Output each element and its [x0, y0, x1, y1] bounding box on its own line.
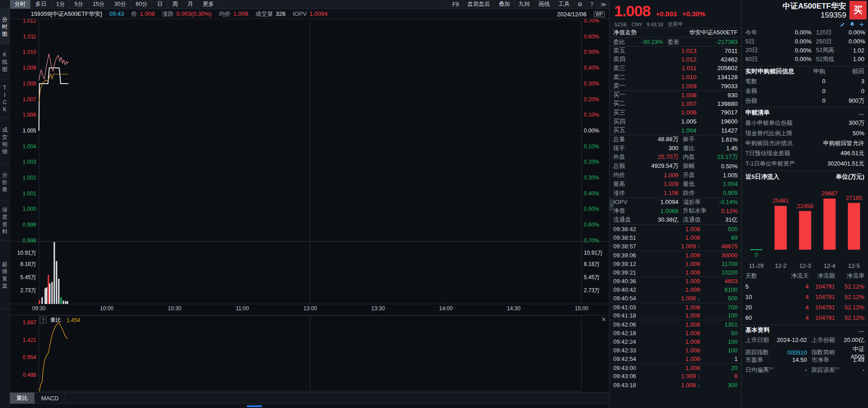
time-xtick: 10:30 [162, 305, 187, 312]
ask-row[interactable]: 卖三1.011205602 [610, 64, 741, 73]
tick-price-value: 1.009 [685, 286, 700, 293]
shenshu-label: 最小申赎单位份额 [745, 119, 792, 127]
tool-F9[interactable]: F9 [448, 0, 463, 9]
volume-ytick-left: 2.73万 [10, 287, 36, 294]
ask-row[interactable]: 卖一1.00979033 [610, 81, 741, 90]
trading-terminal: 分时多日1分5分15分30分60分日周月更多 F9盘前盘后叠加九转画线工具⚙?≫… [0, 0, 868, 408]
flow-col-header: 净流额 [809, 272, 835, 280]
gear-icon[interactable]: ⚙ [574, 0, 586, 9]
bid-label: 买三 [613, 109, 632, 117]
horizontal-scrollbar[interactable] [10, 404, 609, 408]
subscribe-col: 申购 [798, 67, 825, 76]
indicator-help-icon[interactable]: ? [40, 317, 47, 323]
sidebar-item-超级复盘[interactable]: 超级复盘 [0, 241, 10, 309]
bid-row[interactable]: 买三1.00679017 [610, 108, 741, 117]
indicator-tab-量比[interactable]: 量比 [10, 393, 35, 403]
tool-工具[interactable]: 工具 [554, 0, 574, 9]
wp-badge[interactable]: WP [594, 11, 605, 17]
tab-30分[interactable]: 30分 [110, 0, 131, 9]
sidebar-item-成交明细[interactable]: 成交明细 [0, 118, 10, 164]
realtime-section-header: 实时申购赎回信息 申购 赎回 [742, 66, 868, 76]
edit-icon[interactable] [840, 22, 845, 27]
tick-qty: 10200 [700, 269, 738, 276]
stat-label-2: 内盘 [678, 153, 714, 161]
bid-row[interactable]: 买五1.00411427 [610, 126, 741, 135]
ask-row[interactable]: 卖二1.010134128 [610, 73, 741, 82]
ask-row[interactable]: 卖五1.0137011 [610, 46, 741, 55]
ask-price: 1.011 [632, 65, 696, 71]
stat-value-1: 30.38亿 [635, 216, 678, 224]
close-indicator-icon[interactable]: ✕ [601, 316, 606, 323]
sidebar-item-分时图[interactable]: 分时图 [0, 9, 10, 44]
quote-panel: 1.008 +0.003 +0.30% SZSE CNY 9:43:18 交易中… [609, 0, 741, 408]
flow-net-rate: 52.12% [835, 294, 864, 300]
bid-price: 1.008 [632, 92, 696, 99]
stat-row: 均价1.009开盘1.005 [610, 171, 741, 180]
tick-row: 09:39:061.00930000 [610, 251, 741, 259]
tab-日[interactable]: 日 [153, 0, 168, 9]
tool-九转[interactable]: 九转 [514, 0, 534, 9]
tool-叠加[interactable]: 叠加 [494, 0, 514, 9]
basic-value-2: - [842, 366, 864, 373]
stat-value-1: 48.88万 [635, 135, 678, 143]
tab-周[interactable]: 周 [168, 0, 183, 9]
bid-qty: 19600 [696, 118, 738, 125]
realtime-row: 份额0900万 [742, 96, 868, 106]
svg-text:12-4: 12-4 [824, 262, 835, 269]
tab-更多[interactable]: 更多 [198, 0, 219, 9]
shenshu-more-link[interactable]: … [858, 109, 865, 116]
stat-row: 外盘25.70万内盘23.17万 [610, 153, 741, 162]
sidebar-item-TICK[interactable]: TICK [0, 80, 10, 118]
stats-block: 总量48.88万换手1.61%现手300量比1.45外盘25.70万内盘23.1… [610, 135, 741, 224]
bid-row[interactable]: 买一1.008930 [610, 90, 741, 100]
sidebar-item-分价表[interactable]: 分价表 [0, 164, 10, 201]
stat-label-1: 总额 [613, 162, 635, 170]
stat-value-2: -0.14% [714, 199, 738, 205]
liangbi-ytick: 1.421 [10, 337, 36, 343]
stat-label-1: 净值 [613, 207, 635, 215]
stat-value-2: 1.45 [714, 145, 738, 152]
basic-value-2: 1.49 [842, 356, 864, 363]
tab-1分[interactable]: 1分 [52, 0, 70, 9]
sidebar-item-深度资料[interactable]: 深度资料 [0, 201, 10, 241]
tab-15分[interactable]: 15分 [88, 0, 110, 9]
tab-60分[interactable]: 60分 [131, 0, 153, 9]
tab-多日[interactable]: 多日 [31, 0, 52, 9]
stat-value-2: 0.50% [714, 163, 738, 170]
bid-row[interactable]: 买二1.007139880 [610, 100, 741, 109]
stat-value-1: 1.009 [635, 180, 678, 187]
alert-bell-icon[interactable] [849, 22, 855, 27]
tab-分时[interactable]: 分时 [10, 0, 31, 9]
bid-row[interactable]: 买四1.00519600 [610, 117, 741, 126]
shenshu-section-header: 申赎清单 … [742, 107, 868, 118]
flow-bar-chart: 011-292546112-22245812-32968712-42718512… [742, 183, 868, 271]
indicator-value: 1.454 [67, 317, 80, 323]
iopv-value: 1.0094 [310, 10, 328, 17]
add-icon[interactable] [859, 22, 864, 27]
basic-more-link[interactable]: … [858, 327, 865, 333]
help-icon[interactable]: ? [586, 0, 597, 9]
tool-画线[interactable]: 画线 [534, 0, 554, 9]
ask-row[interactable]: 卖四1.01242462 [610, 55, 741, 64]
scrollbar-thumb[interactable] [247, 405, 262, 407]
index-code-link[interactable]: 000510 [774, 349, 807, 356]
tool-盘前盘后[interactable]: 盘前盘后 [463, 0, 494, 9]
tick-price: 1.008 [641, 356, 700, 362]
tick-time: 09:39:06 [613, 252, 641, 259]
sidebar-item-K线图[interactable]: K线图 [0, 44, 10, 80]
tab-5分[interactable]: 5分 [70, 0, 88, 9]
tick-time: 09:40:36 [613, 278, 641, 285]
chart-region: 1.0121.0111.0101.0091.0081.0071.0061.005… [10, 19, 609, 408]
price-ytick-left: 1.002 [10, 175, 36, 181]
basic-row: 跟踪指数000510指数简称中证A500 [742, 345, 868, 355]
buy-button[interactable]: 买 [849, 1, 867, 19]
tab-月[interactable]: 月 [183, 0, 198, 9]
stat-label-1: 涨停 [613, 189, 635, 197]
nav-label[interactable]: 净值走势 [613, 28, 637, 37]
expand-more-icon[interactable]: ≫ [597, 0, 609, 9]
perf-row: 今年0.00%120日0.00% [742, 28, 868, 37]
collapse-panel-handle[interactable]: » [609, 199, 614, 211]
price-ytick-left: 1.009 [10, 65, 36, 71]
indicator-tab-MACD[interactable]: MACD [35, 393, 65, 403]
stat-value-1: 300 [635, 145, 678, 152]
